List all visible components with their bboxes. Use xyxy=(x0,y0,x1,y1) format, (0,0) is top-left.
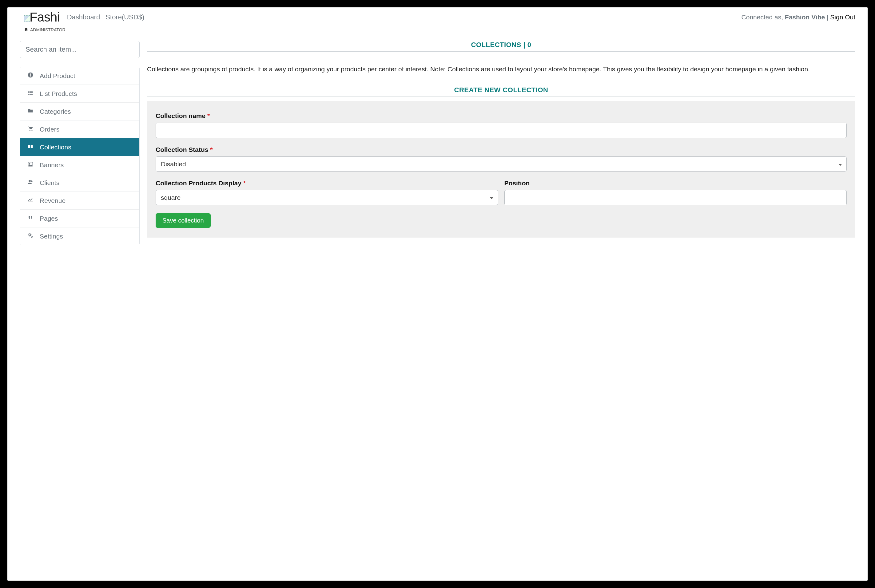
nav-dashboard[interactable]: Dashboard xyxy=(67,13,100,21)
required-mark: * xyxy=(243,180,246,187)
collections-title: COLLECTIONS | 0 xyxy=(147,41,855,52)
svg-point-15 xyxy=(29,180,31,182)
collection-name-label: Collection name * xyxy=(156,112,847,120)
sidebar-item-list-products[interactable]: List Products xyxy=(20,85,139,103)
sidebar-item-collections[interactable]: Collections xyxy=(20,138,139,156)
sidebar-item-label: Revenue xyxy=(40,197,66,204)
create-collection-title: CREATE NEW COLLECTION xyxy=(147,86,855,97)
svg-point-16 xyxy=(31,180,33,182)
sidebar-item-settings[interactable]: Settings xyxy=(20,228,139,245)
sidebar-item-label: Banners xyxy=(40,161,64,169)
chart-icon xyxy=(27,197,34,204)
svg-rect-2 xyxy=(29,75,32,75)
sign-out-link[interactable]: Sign Out xyxy=(830,14,855,21)
svg-point-14 xyxy=(29,163,30,164)
save-collection-button[interactable]: Save collection xyxy=(156,213,210,228)
svg-rect-8 xyxy=(30,94,33,94)
connected-as-label: Connected as, xyxy=(741,14,785,21)
brand[interactable]: Fashi xyxy=(24,10,60,25)
user-separator: | xyxy=(825,14,830,21)
users-icon xyxy=(27,179,34,187)
required-mark: * xyxy=(210,146,212,153)
sidebar-item-label: Clients xyxy=(40,179,59,187)
svg-rect-12 xyxy=(31,145,33,148)
sidebar-item-label: Settings xyxy=(40,232,63,240)
collection-name-input[interactable] xyxy=(156,123,847,138)
collection-status-select[interactable]: Disabled xyxy=(156,156,847,171)
sidebar-item-categories[interactable]: Categories xyxy=(20,103,139,120)
sidebar-item-add-product[interactable]: Add Product xyxy=(20,67,139,85)
broken-image-icon xyxy=(24,15,30,21)
plus-circle-icon xyxy=(27,72,34,80)
collection-display-label: Collection Products Display * xyxy=(156,180,498,187)
svg-point-17 xyxy=(29,234,30,236)
collections-description: Collections are groupings of products. I… xyxy=(147,52,855,86)
svg-rect-5 xyxy=(28,92,29,93)
sidebar-item-banners[interactable]: Banners xyxy=(20,156,139,174)
svg-rect-6 xyxy=(30,92,33,93)
sidebar-item-label: List Products xyxy=(40,90,77,98)
list-icon xyxy=(27,90,34,98)
sidebar-item-label: Collections xyxy=(40,144,71,151)
collection-position-input[interactable] xyxy=(504,190,847,206)
sidebar-item-label: Add Product xyxy=(40,72,75,80)
breadcrumb-label: ADMINISTRATOR xyxy=(30,27,66,32)
folder-icon xyxy=(27,108,34,115)
sidebar-item-clients[interactable]: Clients xyxy=(20,174,139,192)
sidebar-item-orders[interactable]: Orders xyxy=(20,120,139,138)
svg-rect-3 xyxy=(28,91,29,92)
cart-icon xyxy=(27,125,34,133)
required-mark: * xyxy=(207,112,210,119)
breadcrumb: ADMINISTRATOR xyxy=(8,26,867,35)
brand-text: Fashi xyxy=(30,10,60,25)
svg-rect-4 xyxy=(30,91,33,92)
svg-point-18 xyxy=(31,236,32,237)
sidebar-item-label: Categories xyxy=(40,108,71,115)
connected-user: Fashion Vibe xyxy=(785,14,825,21)
svg-rect-11 xyxy=(28,145,30,148)
group-icon xyxy=(27,143,34,151)
search-input[interactable] xyxy=(20,41,140,58)
svg-rect-7 xyxy=(28,94,29,94)
create-collection-form: Collection name * Collection Status * Di… xyxy=(147,101,855,238)
sidenav: Add Product List Products Categories Ord… xyxy=(20,67,140,245)
sidebar-item-label: Orders xyxy=(40,126,59,133)
sidebar-item-revenue[interactable]: Revenue xyxy=(20,192,139,210)
gears-icon xyxy=(27,232,34,240)
nav-right: Connected as, Fashion Vibe | Sign Out xyxy=(741,14,855,21)
nav-store[interactable]: Store(USD$) xyxy=(105,13,144,21)
collection-display-select[interactable]: square xyxy=(156,190,498,205)
sidebar-item-label: Pages xyxy=(40,215,58,222)
svg-point-9 xyxy=(30,130,30,130)
collection-position-label: Position xyxy=(504,180,847,187)
sidebar-item-pages[interactable]: Pages xyxy=(20,210,139,228)
collection-status-label: Collection Status * xyxy=(156,146,847,153)
quote-icon xyxy=(27,214,34,222)
svg-point-10 xyxy=(32,130,32,130)
home-icon xyxy=(24,27,28,32)
image-icon xyxy=(27,161,34,169)
